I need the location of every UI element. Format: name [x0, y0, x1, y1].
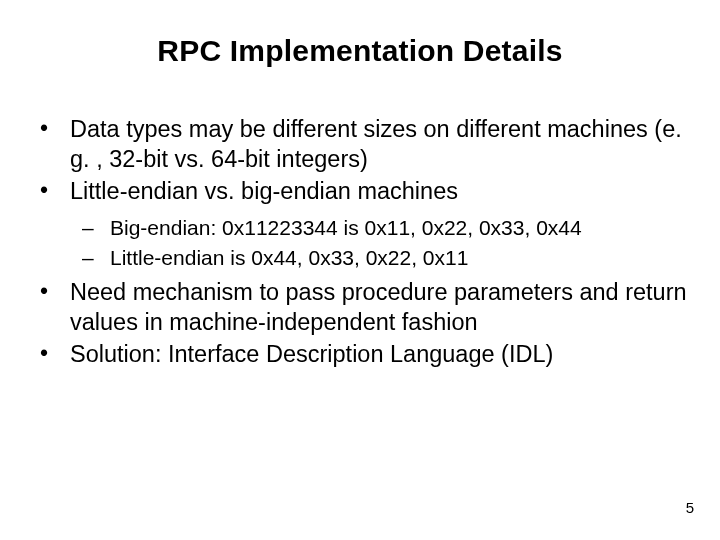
bullet-text: Solution: Interface Description Language…: [70, 341, 553, 367]
bullet-item: Little-endian vs. big-endian machines Bi…: [28, 176, 692, 271]
sub-bullet-item: Big-endian: 0x11223344 is 0x11, 0x22, 0x…: [70, 214, 692, 241]
sub-bullet-text: Little-endian is 0x44, 0x33, 0x22, 0x11: [110, 246, 468, 269]
bullet-text: Data types may be different sizes on dif…: [70, 116, 682, 172]
sub-bullet-list: Big-endian: 0x11223344 is 0x11, 0x22, 0x…: [70, 214, 692, 271]
bullet-item: Solution: Interface Description Language…: [28, 339, 692, 369]
slide: RPC Implementation Details Data types ma…: [0, 0, 720, 540]
sub-bullet-text: Big-endian: 0x11223344 is 0x11, 0x22, 0x…: [110, 216, 582, 239]
bullet-item: Need mechanism to pass procedure paramet…: [28, 277, 692, 337]
slide-title: RPC Implementation Details: [28, 34, 692, 68]
bullet-text: Little-endian vs. big-endian machines: [70, 178, 458, 204]
bullet-text: Need mechanism to pass procedure paramet…: [70, 279, 687, 335]
page-number: 5: [686, 499, 694, 516]
sub-bullet-item: Little-endian is 0x44, 0x33, 0x22, 0x11: [70, 244, 692, 271]
bullet-list: Data types may be different sizes on dif…: [28, 114, 692, 369]
bullet-item: Data types may be different sizes on dif…: [28, 114, 692, 174]
